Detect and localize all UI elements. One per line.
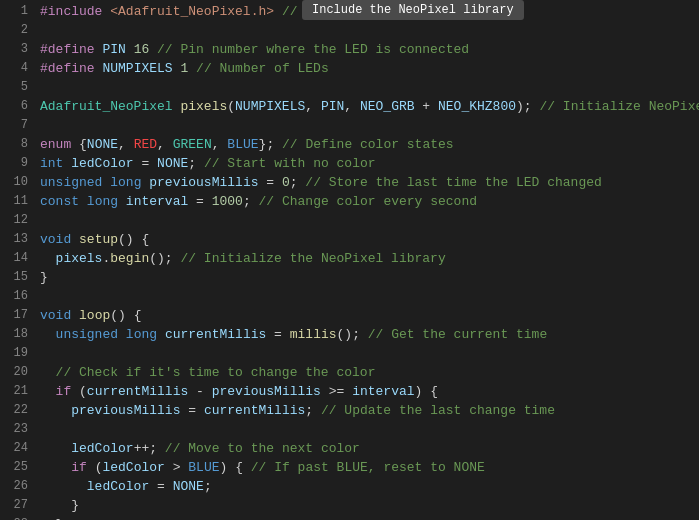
line-num-5: 5	[8, 78, 28, 97]
line-num-19: 19	[8, 344, 28, 363]
code-line-14: pixels.begin(); // Initialize the NeoPix…	[40, 249, 699, 268]
line-num-20: 20	[8, 363, 28, 382]
tooltip: Include the NeoPixel library	[302, 0, 524, 20]
code-line-23	[40, 420, 699, 439]
code-line-7	[40, 116, 699, 135]
code-line-9: int ledColor = NONE; // Start with no co…	[40, 154, 699, 173]
code-line-16	[40, 287, 699, 306]
code-line-28: }	[40, 515, 699, 520]
code-line-11: const long interval = 1000; // Change co…	[40, 192, 699, 211]
line-num-6: 6	[8, 97, 28, 116]
line-num-8: 8	[8, 135, 28, 154]
line-num-1: 1	[8, 2, 28, 21]
code-line-22: previousMillis = currentMillis; // Updat…	[40, 401, 699, 420]
code-line-25: if (ledColor > BLUE) { // If past BLUE, …	[40, 458, 699, 477]
line-num-9: 9	[8, 154, 28, 173]
line-num-10: 10	[8, 173, 28, 192]
code-line-19	[40, 344, 699, 363]
tooltip-text: Include the NeoPixel library	[312, 3, 514, 17]
code-line-24: ledColor++; // Move to the next color	[40, 439, 699, 458]
line-num-14: 14	[8, 249, 28, 268]
code-line-6: Adafruit_NeoPixel pixels(NUMPIXELS, PIN,…	[40, 97, 699, 116]
code-line-8: enum {NONE, RED, GREEN, BLUE}; // Define…	[40, 135, 699, 154]
code-line-21: if (currentMillis - previousMillis >= in…	[40, 382, 699, 401]
line-num-21: 21	[8, 382, 28, 401]
line-num-13: 13	[8, 230, 28, 249]
line-num-7: 7	[8, 116, 28, 135]
line-num-12: 12	[8, 211, 28, 230]
code-line-18: unsigned long currentMillis = millis(); …	[40, 325, 699, 344]
line-num-22: 22	[8, 401, 28, 420]
line-num-25: 25	[8, 458, 28, 477]
line-num-11: 11	[8, 192, 28, 211]
code-line-4: #define NUMPIXELS 1 // Number of LEDs	[40, 59, 699, 78]
line-num-16: 16	[8, 287, 28, 306]
line-num-24: 24	[8, 439, 28, 458]
code-area: 1 2 3 4 5 6 7 8 9 10 11 12 13 14 15 16 1…	[0, 0, 699, 520]
code-line-2	[40, 21, 699, 40]
code-line-13: void setup() {	[40, 230, 699, 249]
line-num-3: 3	[8, 40, 28, 59]
line-num-18: 18	[8, 325, 28, 344]
code-line-15: }	[40, 268, 699, 287]
code-line-20: // Check if it's time to change the colo…	[40, 363, 699, 382]
line-num-27: 27	[8, 496, 28, 515]
line-num-28: 28	[8, 515, 28, 520]
code-line-12	[40, 211, 699, 230]
code-line-27: }	[40, 496, 699, 515]
line-num-15: 15	[8, 268, 28, 287]
code-content[interactable]: #include <Adafruit_NeoPixel.h> // Includ…	[36, 0, 699, 520]
code-line-10: unsigned long previousMillis = 0; // Sto…	[40, 173, 699, 192]
code-line-5	[40, 78, 699, 97]
line-num-23: 23	[8, 420, 28, 439]
line-num-17: 17	[8, 306, 28, 325]
code-line-3: #define PIN 16 // Pin number where the L…	[40, 40, 699, 59]
code-editor: Include the NeoPixel library 1 2 3 4 5 6…	[0, 0, 699, 520]
code-line-17: void loop() {	[40, 306, 699, 325]
line-num-2: 2	[8, 21, 28, 40]
line-num-4: 4	[8, 59, 28, 78]
line-numbers: 1 2 3 4 5 6 7 8 9 10 11 12 13 14 15 16 1…	[0, 0, 36, 520]
line-num-26: 26	[8, 477, 28, 496]
code-line-26: ledColor = NONE;	[40, 477, 699, 496]
